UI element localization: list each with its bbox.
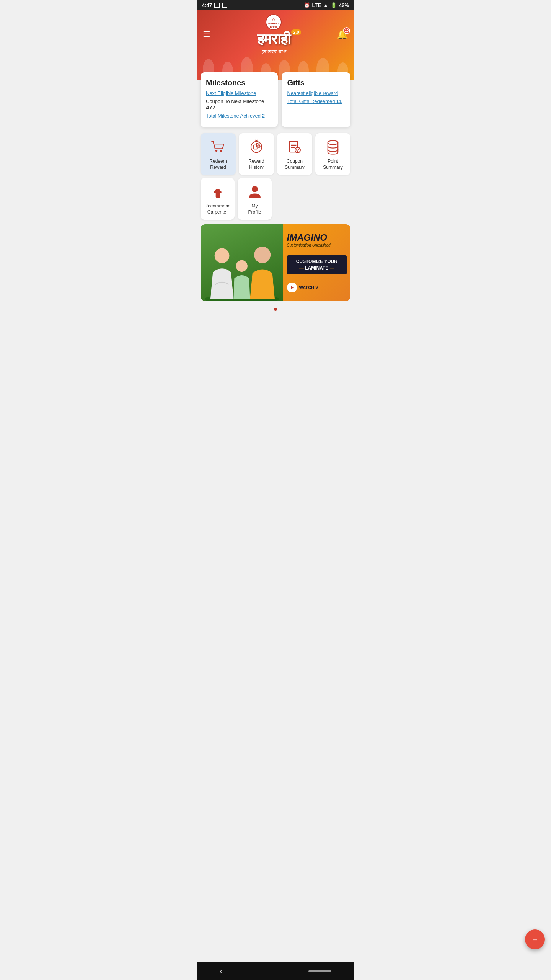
battery-icon: 🔋 — [331, 2, 337, 8]
milestones-title: Milestones — [206, 78, 272, 87]
total-milestone-link[interactable]: Total Milestone Achieved 2 — [206, 113, 272, 119]
customize-headline: CUSTOMIZE YOUR — [296, 259, 337, 264]
gifts-card: Gifts Nearest eligible reward Total Gift… — [282, 72, 350, 127]
svg-point-9 — [328, 140, 338, 145]
menu-item-my-profile[interactable]: MyProfile — [238, 178, 272, 220]
app-logo: ⌂ MERINOE•E•E हमराही 2.0 हर कदम साथ — [210, 14, 337, 55]
redeem-reward-label: RedeemReward — [209, 158, 227, 170]
alarm-icon: ⏰ — [304, 2, 310, 8]
battery-label: 42% — [339, 2, 349, 8]
promo-banner[interactable]: IMAGINO Customisation Unleashed CUSTOMIZ… — [201, 224, 350, 301]
banner-brand-area: IMAGINO Customisation Unleashed — [287, 233, 347, 247]
my-profile-label: MyProfile — [248, 203, 261, 215]
merino-logo: ⌂ MERINOE•E•E — [266, 14, 282, 30]
svg-point-8 — [295, 147, 300, 153]
time-display: 4:47 — [202, 2, 212, 8]
svg-point-16 — [215, 248, 230, 263]
brand-name: IMAGINO — [287, 233, 347, 242]
total-redeemed-value: 11 — [336, 98, 342, 104]
status-right: ⏰ LTE ▲ 🔋 42% — [304, 2, 349, 8]
watch-button[interactable]: ▶ WATCH V — [287, 283, 347, 292]
menu-grid-row2: RecommendCarpenter MyProfile — [197, 178, 276, 224]
next-eligible-milestone-link[interactable]: Next Eligible Milestone — [206, 90, 272, 96]
menu-item-reward-history[interactable]: RewardHistory — [239, 133, 274, 175]
brand-subtitle: Customisation Unleashed — [287, 243, 347, 247]
header-top: ☰ ⌂ MERINOE•E•E हमराही 2.0 हर कदम साथ 🔔 … — [203, 14, 348, 55]
dot-1 — [274, 308, 277, 311]
merino-tagline: MERINOE•E•E — [268, 22, 279, 28]
banner-image-area — [201, 224, 283, 301]
svg-rect-10 — [214, 191, 221, 193]
nearest-reward-link[interactable]: Nearest eligible reward — [287, 90, 345, 96]
coupon-summary-label: CouponSummary — [285, 158, 304, 170]
reward-history-label: RewardHistory — [248, 158, 264, 170]
merino-house-icon: ⌂ — [272, 16, 275, 22]
milestones-card: Milestones Next Eligible Milestone Coupo… — [201, 72, 278, 127]
customize-subheadline: LAMINATE — [305, 265, 328, 271]
status-bar: 4:47 ⏰ LTE ▲ 🔋 42% — [197, 0, 354, 10]
signal-icon: ▲ — [323, 2, 328, 8]
coupon-value: 477 — [206, 104, 215, 111]
status-square-1 — [214, 3, 220, 8]
menu-item-coupon-summary[interactable]: CouponSummary — [277, 133, 312, 175]
app-title: हमराही — [257, 31, 290, 48]
recommend-carpenter-label: RecommendCarpenter — [204, 203, 230, 215]
play-button-icon: ▶ — [287, 283, 297, 292]
coupon-summary-icon — [286, 139, 303, 155]
svg-rect-13 — [218, 194, 220, 195]
menu-grid-row1: RedeemReward RewardHistory Co — [197, 127, 354, 178]
total-milestone-label: Total Milestone Achieved — [206, 113, 261, 119]
play-triangle: ▶ — [291, 285, 294, 290]
svg-point-17 — [236, 260, 248, 272]
banner-cta: CUSTOMIZE YOUR — LAMINATE — — [287, 255, 347, 274]
total-milestone-value: 2 — [262, 113, 265, 119]
cart-icon — [210, 139, 227, 155]
app-subtitle: हर कदम साथ — [210, 49, 337, 55]
point-summary-icon — [324, 139, 341, 155]
status-left: 4:47 — [202, 2, 227, 8]
notification-bell-container[interactable]: 🔔 19 — [337, 29, 348, 40]
menu-item-recommend-carpenter[interactable]: RecommendCarpenter — [201, 178, 235, 220]
cards-section: Milestones Next Eligible Milestone Coupo… — [197, 72, 354, 127]
svg-point-1 — [220, 150, 222, 152]
coupon-label: Coupon To Next Milestone — [206, 98, 264, 104]
network-label: LTE — [312, 2, 321, 8]
banner-dots — [197, 305, 354, 314]
svg-point-18 — [254, 247, 271, 263]
total-redeemed-label: Total Gifts Redeemed — [287, 98, 335, 104]
profile-icon — [246, 183, 263, 200]
status-square-2 — [222, 3, 227, 8]
menu-item-point-summary[interactable]: PointSummary — [315, 133, 350, 175]
watch-label: WATCH V — [299, 285, 318, 290]
app-header: ☰ ⌂ MERINOE•E•E हमराही 2.0 हर कदम साथ 🔔 … — [197, 10, 354, 80]
reward-history-icon — [248, 139, 265, 155]
svg-point-14 — [252, 186, 258, 192]
hamburger-menu[interactable]: ☰ — [203, 29, 210, 39]
coupon-to-next-stat: Coupon To Next Milestone 477 — [206, 98, 272, 111]
gifts-title: Gifts — [287, 78, 345, 87]
banner-text-area: IMAGINO Customisation Unleashed CUSTOMIZ… — [283, 224, 350, 301]
menu-item-redeem-reward[interactable]: RedeemReward — [201, 133, 236, 175]
family-illustration — [201, 235, 283, 301]
carpenter-icon — [209, 183, 226, 200]
notification-count: 19 — [343, 27, 350, 34]
point-summary-label: PointSummary — [323, 158, 342, 170]
svg-point-0 — [215, 150, 217, 152]
total-redeemed-link[interactable]: Total Gifts Redeemed 11 — [287, 98, 345, 104]
version-badge: 2.0 — [291, 29, 301, 35]
